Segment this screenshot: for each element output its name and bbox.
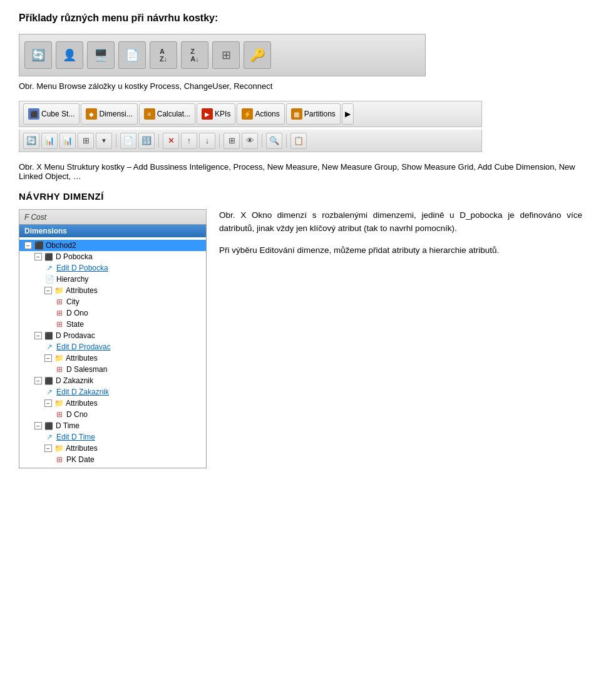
calculat-icon: ≡ [144,108,155,120]
page-title: Příklady různých menu při návrhu kostky: [19,13,582,24]
ribbon-tab-partitions[interactable]: ▦ Partitions [286,103,341,125]
tree-item-city[interactable]: ⊞ City [19,296,206,307]
folder-icon-attributes-pobocka: 📁 [54,286,64,296]
ribbon-tab-actions[interactable]: ⚡ Actions [237,103,284,125]
toolbar-icon-sort-az: AZ↓ [150,41,177,69]
rb-separator-5 [286,134,287,148]
rb-separator-1 [116,134,116,148]
ribbon-tab-partitions-label: Partitions [304,110,336,118]
label-d-time: D Time [56,421,80,430]
folder-icon-attributes-time: 📁 [54,443,64,453]
tree-item-d-prodavac[interactable]: − ⬛ D Prodavac [19,330,206,341]
tree-item-attributes-prodavac[interactable]: − 📁 Attributes [19,353,206,364]
expander-d-pobocka[interactable]: − [34,253,42,260]
fcost-label: F Cost [24,213,46,222]
tree-item-d-cno[interactable]: ⊞ D Cno [19,409,206,420]
tree-item-obchod2[interactable]: − ⬛ Obchod2 [19,240,206,251]
right-para2: Při výběru Editování dimenze, můžeme při… [219,244,582,257]
tree-item-edit-d-pobocka[interactable]: ↗ Edit D Pobocka [19,262,206,274]
expander-obchod2[interactable]: − [24,242,32,249]
right-text-area: Obr. X Okno dimenzí s rozbalenými dimenz… [219,209,582,266]
rb-delete-icon[interactable]: ✕ [163,133,179,149]
rb-copy-icon[interactable]: ⊞ [223,133,240,149]
grid-icon-city: ⊞ [54,297,64,307]
link-icon-edit-d-prodavac: ↗ [44,342,54,352]
link-icon-edit-d-time: ↗ [44,432,54,442]
label-edit-d-zakaznik: Edit D Zakaznik [56,388,109,396]
ribbon-tab-extra[interactable]: ▶ [342,103,354,125]
label-attributes-prodavac: Attributes [66,354,98,363]
expander-attributes-prodavac[interactable]: − [44,354,52,362]
tree-item-edit-d-zakaznik[interactable]: ↗ Edit D Zakaznik [19,386,206,398]
tree-item-d-time[interactable]: − ⬛ D Time [19,420,206,431]
dim-tree: − ⬛ Obchod2 − ⬛ D Pobocka ↗ Edit D Poboc… [19,237,206,468]
rb-chart-icon[interactable]: 📊 [41,133,58,149]
tree-item-attributes-pobocka[interactable]: − 📁 Attributes [19,285,206,296]
label-hierarchy: Hierarchy [56,275,88,284]
dimensions-panel-wrapper: F Cost Dimensions − ⬛ Obchod2 − ⬛ D Pobo… [19,209,207,468]
label-d-ono: D Ono [66,309,88,317]
ribbon-tab-calculat-label: Calculat... [157,110,190,118]
cube-icon-obchod2: ⬛ [34,240,44,250]
label-attributes-pobocka: Attributes [66,286,98,295]
rb-search-icon[interactable]: 🔍 [266,133,282,149]
tree-item-edit-d-time[interactable]: ↗ Edit D Time [19,431,206,443]
rb-page-icon[interactable]: 📄 [120,133,136,149]
label-pk-date: PK Date [66,455,95,464]
right-para1: Obr. X Okno dimenzí s rozbalenými dimenz… [219,209,582,235]
ribbon-tab-calculat[interactable]: ≡ Calculat... [139,103,195,125]
grid-icon-pk-date: ⊞ [54,455,64,465]
cube-icon-d-zakaznik: ⬛ [44,376,54,386]
ribbon-tab-dimensi[interactable]: ◆ Dimensi... [81,103,137,125]
label-d-prodavac: D Prodavac [56,331,95,340]
tree-item-d-pobocka[interactable]: − ⬛ D Pobocka [19,251,206,262]
expander-attributes-time[interactable]: − [44,445,52,452]
rb-paste-icon[interactable]: 📋 [290,133,307,149]
fcost-partial-label: F Cost [19,209,207,224]
cube-icon-d-prodavac: ⬛ [44,331,54,341]
rb-separator-2 [158,134,159,148]
cube-st-icon: ⬛ [28,108,39,120]
expander-attributes-zakaznik[interactable]: − [44,399,52,407]
rb-down-icon[interactable]: ↓ [199,133,215,149]
toolbar-icon-2: 👤 [56,41,83,69]
ribbon-tab-kpis[interactable]: ▶ KPIs [197,103,235,125]
rb-calc-icon[interactable]: 🔢 [138,133,155,149]
grid-icon-d-cno: ⊞ [54,409,64,419]
tree-item-edit-d-prodavac[interactable]: ↗ Edit D Prodavac [19,341,206,353]
rb-dropdown-icon[interactable]: ▼ [96,133,112,149]
expander-d-zakaznik[interactable]: − [34,377,42,384]
cube-icon-d-pobocka: ⬛ [44,252,54,262]
expander-attributes-pobocka[interactable]: − [44,287,52,294]
label-state: State [66,320,84,329]
dim-panel-header: Dimensions [19,225,206,237]
tree-item-hierarchy[interactable]: 📄 Hierarchy [19,274,206,285]
toolbar-icon-6: 🔑 [244,41,271,69]
tree-item-pk-date[interactable]: ⊞ PK Date [19,454,206,465]
tree-item-d-zakaznik[interactable]: − ⬛ D Zakaznik [19,375,206,386]
rb-grid-icon[interactable]: ⊞ [78,133,94,149]
ribbon-tab-cube-st[interactable]: ⬛ Cube St... [23,103,80,125]
rb-up-icon[interactable]: ↑ [181,133,197,149]
grid-icon-state: ⊞ [54,319,64,329]
tree-item-d-salesman[interactable]: ⊞ D Salesman [19,364,206,375]
browse-toolbar: 🔄 👤 🖥️ 📄 AZ↓ ZA↓ ⊞ 🔑 [19,34,426,76]
caption-x-menu: Obr. X Menu Struktury kostky – Add Bussi… [19,162,582,181]
rb-chart2-icon[interactable]: 📊 [59,133,76,149]
rb-view-icon[interactable]: 👁 [242,133,258,149]
ribbon-tab-dimensi-label: Dimensi... [99,110,132,118]
ribbon-tab-cube-st-label: Cube St... [41,110,74,118]
rb-refresh-icon[interactable]: 🔄 [23,133,39,149]
tree-item-attributes-time[interactable]: − 📁 Attributes [19,443,206,454]
tree-item-d-ono[interactable]: ⊞ D Ono [19,307,206,319]
tree-item-attributes-zakaznik[interactable]: − 📁 Attributes [19,398,206,409]
label-d-zakaznik: D Zakaznik [56,376,93,385]
label-attributes-time: Attributes [66,444,98,453]
tree-item-state[interactable]: ⊞ State [19,319,206,330]
rb-separator-3 [219,134,220,148]
dimensi-icon: ◆ [86,108,97,120]
expander-d-prodavac[interactable]: − [34,332,42,339]
expander-d-time[interactable]: − [34,422,42,430]
ribbon-tab-kpis-label: KPIs [215,110,230,118]
link-icon-edit-d-pobocka: ↗ [44,263,54,273]
